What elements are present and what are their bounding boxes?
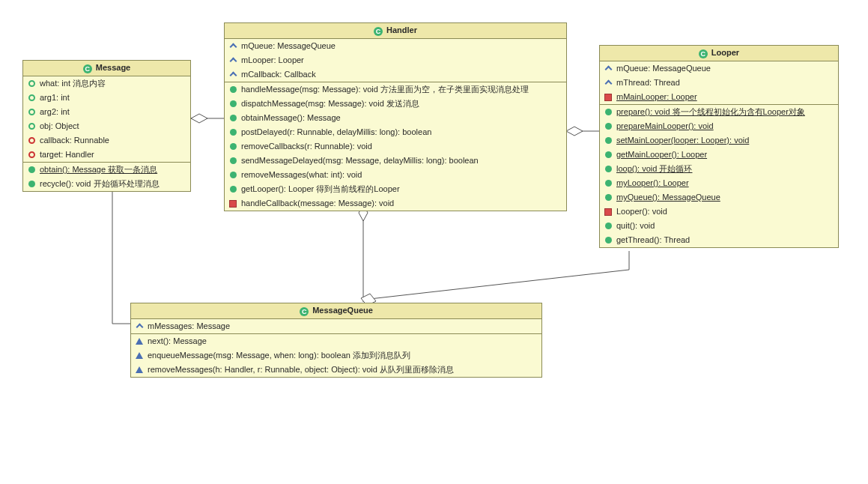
method-row: getThread(): Thread (600, 233, 838, 247)
public-method-icon (230, 86, 237, 93)
public-method-icon (605, 223, 612, 229)
class-name: Message (96, 63, 130, 72)
method-row: myLooper(): Looper (600, 176, 838, 190)
public-method-icon (28, 166, 35, 173)
private-method-icon (604, 208, 612, 216)
class-title: CHandler (225, 23, 566, 39)
attr-row: what: int 消息内容 (23, 76, 190, 91)
public-attr-icon (28, 94, 35, 101)
method-row: setMainLooper(looper: Looper): void (600, 133, 838, 148)
attr-row: mMessages: Message (131, 319, 541, 333)
private-attr-icon (604, 94, 612, 101)
public-method-icon (230, 129, 237, 136)
attr-row: mQueue: MessageQueue (225, 39, 566, 53)
package-method-icon (136, 366, 143, 373)
class-messagequeue: CMessageQueue mMessages: Message next():… (130, 303, 542, 378)
package-attr-icon (229, 58, 237, 65)
method-row: handleCallback(message: Message): void (225, 196, 566, 211)
class-title: CLooper (600, 46, 838, 61)
class-message: CMessage what: int 消息内容 arg1: int arg2: … (22, 60, 191, 192)
public-method-icon (605, 194, 612, 201)
method-row: prepareMainLooper(): void (600, 119, 838, 133)
public-method-icon (230, 100, 237, 107)
attr-row: arg2: int (23, 105, 190, 119)
class-title: CMessageQueue (131, 303, 541, 319)
public-method-icon (605, 166, 612, 172)
attr-row: callback: Runnable (23, 133, 190, 148)
public-method-icon (605, 237, 612, 243)
public-attr-icon (28, 80, 35, 87)
method-row: enqueueMessage(msg: Message, when: long)… (131, 348, 541, 363)
method-row: prepare(): void 将一个线程初始化为含有Looper对象 (600, 104, 838, 119)
public-method-icon (230, 186, 237, 193)
class-name: Handler (386, 25, 417, 34)
public-method-icon (605, 151, 612, 158)
public-attr-icon (28, 109, 35, 115)
attr-row: mLooper: Looper (225, 53, 566, 67)
package-attr-icon (28, 137, 35, 144)
method-row: dispatchMessage(msg: Message): void 发送消息 (225, 97, 566, 111)
attr-row: mQueue: MessageQueue (600, 61, 838, 76)
class-looper: CLooper mQueue: MessageQueue mThread: Th… (599, 45, 839, 248)
package-attr-icon (604, 80, 612, 88)
public-method-icon (230, 157, 237, 164)
method-row: removeMessages(what: int): void (225, 168, 566, 182)
package-attr-icon (28, 151, 35, 158)
public-method-icon (605, 137, 612, 144)
method-row: myQueue(): MessageQueue (600, 190, 838, 205)
method-row: postDelayed(r: Runnable, delayMillis: lo… (225, 125, 566, 139)
svg-marker-3 (566, 127, 583, 136)
method-row: loop(): void 开始循环 (600, 162, 838, 176)
package-method-icon (136, 352, 143, 359)
class-handler: CHandler mQueue: MessageQueue mLooper: L… (224, 22, 567, 211)
attr-row: arg1: int (23, 91, 190, 105)
public-method-icon (605, 180, 612, 187)
method-row: sendMessageDelayed(msg: Message, delayMi… (225, 154, 566, 168)
public-method-icon (230, 172, 237, 178)
package-attr-icon (229, 72, 237, 79)
attr-row: obj: Object (23, 119, 190, 133)
package-attr-icon (136, 324, 143, 331)
class-icon: C (699, 49, 708, 58)
method-row: getMainLooper(): Looper (600, 148, 838, 162)
public-method-icon (230, 115, 237, 121)
public-method-icon (230, 143, 237, 150)
public-method-icon (605, 109, 612, 115)
attr-row: mMainLooper: Looper (600, 90, 838, 104)
method-row: getLooper(): Looper 得到当前线程的Looper (225, 182, 566, 196)
package-attr-icon (229, 43, 237, 51)
class-icon: C (83, 64, 92, 73)
method-row: handleMessage(msg: Message): void 方法里面为空… (225, 82, 566, 97)
method-row: quit(): void (600, 219, 838, 233)
method-row: obtain(): Message 获取一条消息 (23, 162, 190, 177)
attr-row: target: Handler (23, 148, 190, 162)
class-name: Looper (711, 48, 739, 57)
attr-row: mThread: Thread (600, 76, 838, 90)
method-row: next(): Message (131, 333, 541, 348)
class-title: CMessage (23, 61, 190, 76)
public-method-icon (28, 181, 35, 187)
method-row: obtainMessage(): Message (225, 111, 566, 125)
class-icon: C (300, 307, 309, 316)
private-method-icon (229, 200, 237, 208)
public-attr-icon (28, 123, 35, 130)
method-row: removeCallbacks(r: Runnable): void (225, 139, 566, 154)
class-icon: C (374, 27, 383, 36)
method-row: Looper(): void (600, 205, 838, 219)
package-attr-icon (604, 66, 612, 73)
package-method-icon (136, 338, 143, 345)
method-row: recycle(): void 开始循环处理消息 (23, 177, 190, 191)
method-row: removeMessages(h: Handler, r: Runnable, … (131, 363, 541, 377)
public-method-icon (605, 123, 612, 130)
attr-row: mCallback: Callback (225, 67, 566, 82)
svg-marker-1 (191, 114, 207, 123)
class-name: MessageQueue (312, 306, 373, 315)
